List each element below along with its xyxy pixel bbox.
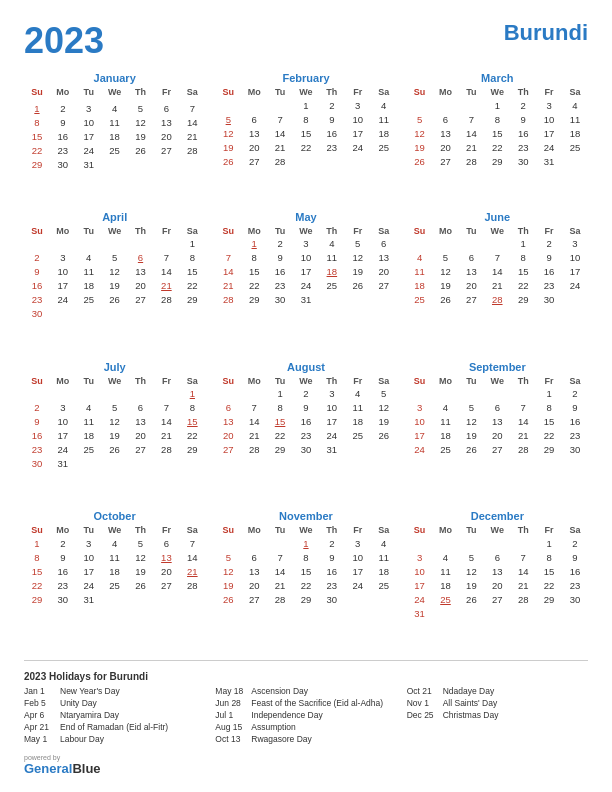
cal-day: 16 xyxy=(24,279,50,293)
cal-day xyxy=(128,307,154,321)
holiday-date: Feb 5 xyxy=(24,698,56,708)
cal-day: 11 xyxy=(371,550,397,564)
cal-day: 28 xyxy=(510,592,536,606)
cal-day: 4 xyxy=(433,401,459,415)
weekday-header: Sa xyxy=(179,225,205,237)
holiday-date: Nov 1 xyxy=(407,698,439,708)
month-block-july: JulySuMoTuWeThFrSa1234567891011121314151… xyxy=(24,361,205,503)
cal-day: 13 xyxy=(371,251,397,265)
cal-day xyxy=(128,457,154,471)
cal-day: 28 xyxy=(153,443,179,457)
cal-day xyxy=(241,98,267,112)
cal-day: 20 xyxy=(433,140,459,154)
cal-day: 21 xyxy=(267,140,293,154)
cal-day: 16 xyxy=(536,265,562,279)
cal-day xyxy=(458,536,484,550)
cal-day: 28 xyxy=(510,443,536,457)
holiday-name: Labour Day xyxy=(60,734,104,744)
cal-day: 8 xyxy=(510,251,536,265)
cal-day: 20 xyxy=(128,429,154,443)
cal-day: 27 xyxy=(128,443,154,457)
cal-day: 11 xyxy=(562,112,588,126)
cal-day xyxy=(50,307,76,321)
cal-day: 9 xyxy=(50,550,76,564)
cal-day xyxy=(241,536,267,550)
weekday-header: We xyxy=(293,375,319,387)
cal-day: 26 xyxy=(102,443,128,457)
cal-day: 25 xyxy=(345,429,371,443)
cal-day: 9 xyxy=(267,251,293,265)
cal-day: 10 xyxy=(562,251,588,265)
holiday-date: May 1 xyxy=(24,734,56,744)
cal-day: 9 xyxy=(50,115,76,129)
cal-day: 8 xyxy=(536,550,562,564)
weekday-header: Su xyxy=(215,524,241,536)
cal-day xyxy=(215,237,241,251)
cal-day: 24 xyxy=(345,578,371,592)
cal-day: 14 xyxy=(510,415,536,429)
month-block-november: NovemberSuMoTuWeThFrSa123456789101112131… xyxy=(215,510,396,652)
cal-day: 18 xyxy=(407,279,433,293)
cal-day: 20 xyxy=(153,564,179,578)
cal-day: 16 xyxy=(267,265,293,279)
cal-day: 2 xyxy=(319,536,345,550)
cal-day: 13 xyxy=(153,550,179,564)
cal-day: 7 xyxy=(267,112,293,126)
cal-day: 27 xyxy=(241,592,267,606)
weekday-header: Su xyxy=(24,86,50,98)
cal-day: 7 xyxy=(510,401,536,415)
cal-day: 14 xyxy=(179,115,205,129)
cal-day: 7 xyxy=(241,401,267,415)
cal-day: 30 xyxy=(24,307,50,321)
cal-day: 17 xyxy=(562,265,588,279)
cal-day: 13 xyxy=(484,415,510,429)
cal-day: 11 xyxy=(76,415,102,429)
weekday-header: We xyxy=(102,225,128,237)
cal-day: 8 xyxy=(24,550,50,564)
holidays-title: 2023 Holidays for Burundi xyxy=(24,671,588,682)
cal-day: 26 xyxy=(458,443,484,457)
cal-day: 8 xyxy=(536,401,562,415)
cal-day: 24 xyxy=(536,140,562,154)
holiday-name: Rwagasore Day xyxy=(251,734,311,744)
cal-day: 2 xyxy=(24,401,50,415)
cal-day: 19 xyxy=(215,140,241,154)
weekday-header: Tu xyxy=(458,375,484,387)
cal-day xyxy=(371,443,397,457)
cal-day: 15 xyxy=(484,126,510,140)
cal-day: 26 xyxy=(102,293,128,307)
cal-day: 29 xyxy=(293,592,319,606)
weekday-header: Tu xyxy=(267,375,293,387)
cal-day: 10 xyxy=(76,115,102,129)
weekday-header: Fr xyxy=(153,375,179,387)
cal-day: 21 xyxy=(153,429,179,443)
weekday-header: Mo xyxy=(241,524,267,536)
holiday-date: Apr 6 xyxy=(24,710,56,720)
cal-day xyxy=(128,592,154,606)
cal-day: 13 xyxy=(153,115,179,129)
month-name: November xyxy=(215,510,396,522)
cal-day: 19 xyxy=(128,129,154,143)
cal-day: 4 xyxy=(102,536,128,550)
weekday-header: Mo xyxy=(50,225,76,237)
holiday-date: Jun 28 xyxy=(215,698,247,708)
cal-day: 30 xyxy=(267,293,293,307)
powered-by-label: powered by xyxy=(24,754,101,761)
month-name: June xyxy=(407,211,588,223)
cal-day xyxy=(407,387,433,401)
country-title: Burundi xyxy=(504,20,588,46)
cal-day: 5 xyxy=(128,101,154,115)
cal-day: 28 xyxy=(179,143,205,157)
cal-day: 21 xyxy=(179,564,205,578)
cal-day: 1 xyxy=(241,237,267,251)
cal-day: 27 xyxy=(215,443,241,457)
weekday-header: Su xyxy=(215,375,241,387)
cal-day: 23 xyxy=(562,578,588,592)
weekday-header: We xyxy=(484,86,510,98)
cal-day: 9 xyxy=(319,550,345,564)
cal-day: 2 xyxy=(24,251,50,265)
weekday-header: Sa xyxy=(371,375,397,387)
cal-day: 20 xyxy=(484,578,510,592)
cal-day: 24 xyxy=(293,279,319,293)
cal-day: 14 xyxy=(241,415,267,429)
